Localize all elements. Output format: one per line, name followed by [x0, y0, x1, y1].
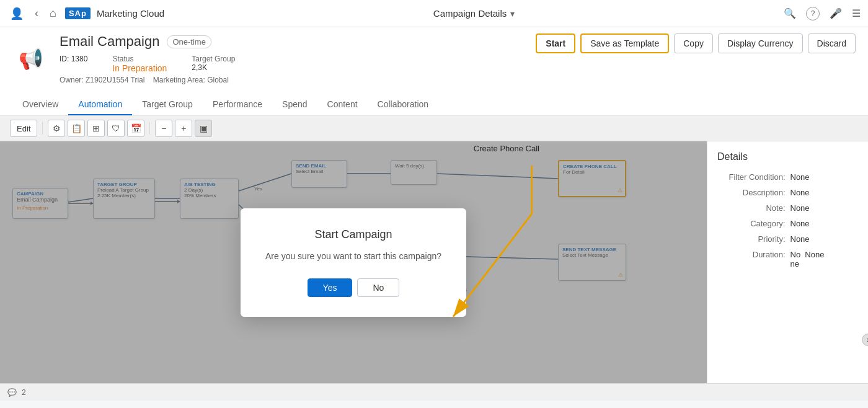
zoom-out-btn[interactable]: − — [155, 120, 172, 137]
priority-label: Priority: — [717, 234, 790, 244]
canvas-area[interactable]: Create Phone Call CAMPAIGN Email Campaig… — [0, 141, 707, 383]
back-icon[interactable]: ‹ — [32, 4, 41, 22]
voice-icon[interactable]: 🎤 — [830, 7, 842, 19]
status-bar: 💬 2 — [0, 383, 868, 401]
marketing-area-info: Marketing Area: Global — [153, 76, 229, 84]
owner-info: Owner: Z1902U1554 Trial — [60, 76, 144, 84]
status-value: In Preparation — [112, 63, 167, 73]
menu-icon[interactable]: ☰ — [852, 7, 861, 19]
details-panel-title: Details — [717, 151, 858, 162]
filter-condition-label: Filter Condition: — [717, 172, 790, 182]
target-group-value: 2,3K — [192, 63, 207, 72]
note-label: Note: — [717, 203, 790, 213]
shield-icon-btn[interactable]: 🛡 — [107, 120, 125, 137]
priority-row: Priority: None — [717, 234, 858, 244]
target-group-label: Target Group — [192, 55, 235, 63]
dialog-no-button[interactable]: No — [357, 278, 399, 297]
filter-condition-value: None — [790, 172, 859, 182]
tab-target-group[interactable]: Target Group — [132, 94, 203, 115]
duration-label: Duration: — [717, 250, 790, 268]
calendar-icon-btn[interactable]: 📅 — [127, 120, 144, 137]
description-value: None — [790, 188, 859, 197]
panel-toggle-btn[interactable]: ▣ — [195, 120, 212, 137]
clone-icon-btn[interactable]: 📋 — [68, 120, 85, 137]
header-actions: Start Save as Template Copy Display Curr… — [536, 33, 856, 53]
search-icon[interactable]: 🔍 — [784, 7, 796, 19]
user-icon[interactable]: 👤 — [7, 4, 26, 23]
app-title: Marketing Cloud — [97, 8, 164, 19]
toolbar-separator-2 — [149, 122, 150, 135]
dialog-message: Are you sure you want to start this camp… — [265, 251, 441, 261]
edit-button[interactable]: Edit — [10, 120, 37, 137]
settings-icon-btn[interactable]: ⚙ — [48, 120, 65, 137]
automation-toolbar: Edit ⚙ 📋 ⊞ 🛡 📅 − + ▣ — [0, 116, 868, 141]
note-value: None — [790, 203, 859, 213]
sap-logo: SAp — [65, 7, 91, 19]
help-icon[interactable]: ? — [806, 7, 820, 20]
duration-value: No Nonene — [790, 250, 859, 268]
category-label: Category: — [717, 219, 790, 228]
notification-count: 2 — [22, 388, 26, 397]
grid-icon-btn[interactable]: ⊞ — [87, 120, 105, 137]
dialog-yes-button[interactable]: Yes — [308, 278, 353, 297]
header-left: 📢 Email Campaign One-time ID: 1380 Statu… — [12, 33, 235, 84]
note-row: Note: None — [717, 203, 858, 213]
home-icon[interactable]: ⌂ — [47, 4, 59, 22]
top-navigation: 👤 ‹ ⌂ SAp Marketing Cloud Campaign Detai… — [0, 0, 868, 27]
copy-button[interactable]: Copy — [674, 33, 713, 53]
zoom-in-btn[interactable]: + — [175, 120, 192, 137]
tab-content[interactable]: Content — [317, 94, 368, 115]
start-campaign-dialog: Start Campaign Are you sure you want to … — [241, 208, 466, 317]
duration-row: Duration: No Nonene — [717, 250, 858, 268]
tab-spend[interactable]: Spend — [272, 94, 317, 115]
campaign-icon: 📢 — [12, 40, 50, 78]
page-header: 📢 Email Campaign One-time ID: 1380 Statu… — [0, 27, 868, 116]
discard-button[interactable]: Discard — [808, 33, 856, 53]
category-value: None — [790, 219, 859, 228]
panel-collapse-btn[interactable]: › — [862, 334, 868, 346]
dialog-overlay: Start Campaign Are you sure you want to … — [0, 141, 707, 383]
filter-condition-row: Filter Condition: None — [717, 172, 858, 182]
tab-collaboration[interactable]: Collaboration — [368, 94, 439, 115]
campaign-meta: ID: 1380 Status In Preparation Target Gr… — [60, 55, 235, 73]
status-label: Status — [112, 55, 133, 63]
campaign-type-badge: One-time — [167, 35, 211, 48]
campaign-title-area: Email Campaign One-time ID: 1380 Status … — [60, 33, 235, 84]
dialog-actions: Yes No — [265, 278, 441, 297]
save-as-template-button[interactable]: Save as Template — [580, 33, 669, 53]
campaign-id: ID: 1380 — [60, 55, 87, 63]
nav-right: 🔍 ? 🎤 ☰ — [784, 7, 861, 20]
priority-value: None — [790, 234, 859, 244]
dialog-title: Start Campaign — [265, 228, 441, 241]
page-title-nav: Campaign Details — [433, 8, 507, 19]
category-row: Category: None — [717, 219, 858, 228]
nav-center: Campaign Details ▾ — [170, 8, 777, 19]
tabs: Overview Automation Target Group Perform… — [12, 89, 856, 115]
main-content: Create Phone Call CAMPAIGN Email Campaig… — [0, 141, 868, 383]
notification-icon[interactable]: 💬 — [7, 388, 17, 397]
start-button[interactable]: Start — [536, 33, 575, 53]
tab-overview[interactable]: Overview — [12, 94, 68, 115]
campaign-title: Email Campaign — [60, 33, 159, 50]
chevron-down-icon[interactable]: ▾ — [510, 9, 515, 19]
description-row: Description: None — [717, 188, 858, 197]
right-panel: Details Filter Condition: None Descripti… — [707, 141, 868, 383]
tab-performance[interactable]: Performance — [203, 94, 272, 115]
tab-automation[interactable]: Automation — [68, 94, 132, 115]
display-currency-button[interactable]: Display Currency — [718, 33, 803, 53]
toolbar-separator-1 — [42, 122, 43, 135]
description-label: Description: — [717, 188, 790, 197]
